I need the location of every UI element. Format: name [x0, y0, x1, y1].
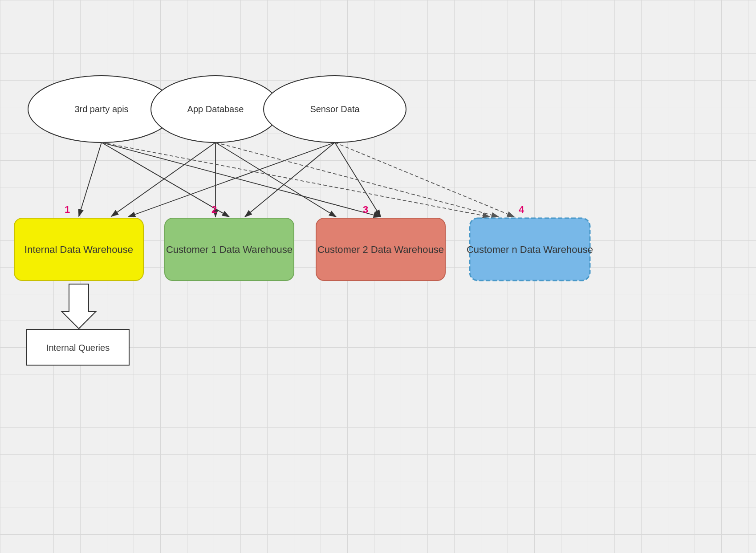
diagram-canvas: 3rd party apis App Database Sensor Data …	[0, 0, 756, 553]
number-label-4: 4	[519, 204, 524, 215]
source-api-label: 3rd party apis	[74, 104, 128, 114]
svg-line-7	[215, 142, 336, 217]
warehouse-customer2-label: Customer 2 Data Warehouse	[317, 244, 444, 255]
hollow-arrow	[62, 284, 96, 329]
queries-label: Internal Queries	[46, 343, 110, 353]
warehouse-internal-label: Internal Data Warehouse	[24, 244, 133, 255]
svg-line-4	[102, 142, 381, 217]
svg-line-5	[111, 142, 215, 216]
warehouse-customern-label: Customer n Data Warehouse	[467, 244, 593, 255]
svg-line-13	[335, 142, 514, 217]
number-label-3: 3	[363, 204, 368, 215]
number-label-1: 1	[65, 204, 70, 215]
svg-line-9	[245, 142, 335, 217]
number-label-2: 2	[211, 204, 217, 215]
source-appdb-label: App Database	[187, 104, 244, 114]
svg-line-3	[102, 142, 229, 217]
source-sensor-label: Sensor Data	[310, 104, 360, 114]
svg-line-2	[79, 142, 102, 216]
warehouse-customer1-label: Customer 1 Data Warehouse	[166, 244, 293, 255]
